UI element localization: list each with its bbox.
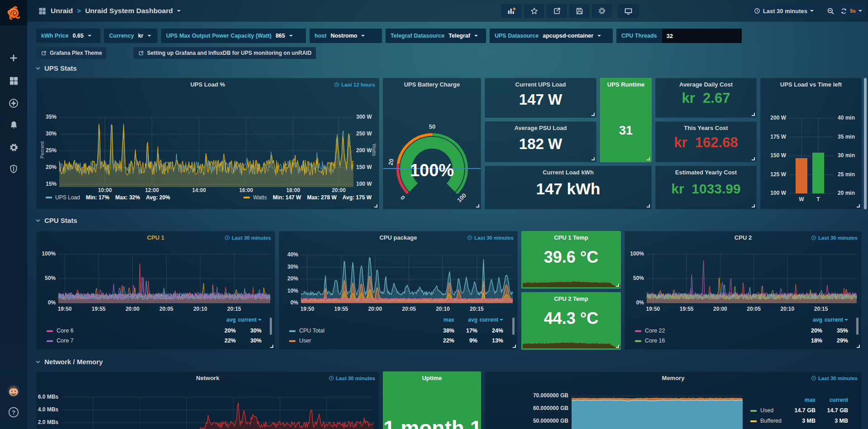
legend-series-name[interactable]: User (299, 337, 311, 344)
legend-col-max[interactable]: max (444, 317, 454, 323)
variable-host[interactable]: host Nostromo (310, 29, 382, 43)
panel-title[interactable]: Memory (485, 375, 861, 381)
legend-col-current[interactable]: current (830, 397, 848, 403)
resize-handle[interactable] (752, 204, 755, 207)
bar[interactable] (812, 153, 824, 193)
legend-scrollbar[interactable] (856, 318, 858, 335)
time-override[interactable]: Last 30 minutes (811, 235, 858, 241)
variable-ups-datasource[interactable]: UPS Datasource apcupsd-container (490, 29, 613, 43)
legend-series-name[interactable]: Buffered (760, 418, 782, 424)
panel-title[interactable]: CPU 2 Temp (522, 295, 620, 302)
legend-col-max[interactable]: max (805, 397, 816, 403)
resize-handle[interactable] (752, 157, 755, 160)
panel-title[interactable]: UPS Load % (37, 81, 379, 88)
variable-ups-max-output[interactable]: UPS Max Output Power Capacity (Watt) 865 (161, 29, 306, 43)
legend-series-name[interactable]: Core 16 (645, 337, 665, 344)
panel-title[interactable]: Network (37, 375, 379, 381)
resize-handle[interactable] (647, 204, 650, 207)
section-ups-stats[interactable]: UPS Stats (35, 64, 77, 72)
axis-tick: 19:50 (292, 306, 323, 312)
add-panel-button[interactable] (501, 4, 521, 18)
panel-title[interactable]: Average PSU Load (485, 125, 596, 131)
legend-series-name[interactable]: CPU Total (299, 328, 324, 334)
variable-kwh-price[interactable]: kWh Price 0.65 (36, 29, 100, 43)
star-dashboard-button[interactable] (524, 4, 544, 18)
legend-series-name[interactable]: UPS Load (55, 194, 80, 201)
resize-handle[interactable] (513, 345, 516, 348)
legend-series-name[interactable]: Used (760, 407, 773, 414)
grafana-logo[interactable] (0, 0, 27, 25)
tv-kiosk-button[interactable] (618, 4, 639, 18)
legend-col-avg[interactable]: avg (813, 317, 822, 323)
resize-handle[interactable] (476, 204, 479, 207)
help-button[interactable]: ? (0, 403, 27, 421)
resize-handle[interactable] (591, 113, 595, 116)
legend-series-name[interactable]: Core 6 (57, 328, 74, 334)
resize-handle[interactable] (857, 204, 860, 207)
time-override[interactable]: Last 30 minutes (811, 376, 858, 381)
variable-telegraf-datasource[interactable]: Telegraf Datasource Telegraf (386, 29, 486, 43)
legend-scrollbar[interactable] (512, 318, 515, 335)
section-cpu-stats[interactable]: CPU Stats (35, 217, 77, 224)
sidebar-item-server-admin[interactable] (0, 160, 27, 178)
refresh-button[interactable]: 5s (837, 4, 865, 18)
resize-handle[interactable] (752, 113, 755, 116)
chevron-down-icon[interactable] (177, 10, 181, 12)
resize-handle[interactable] (616, 345, 619, 348)
ups-load-chart[interactable]: 35%30%25%20%15%300 W250 W200 W150 W100 W… (37, 78, 379, 209)
legend-col-current[interactable]: current (480, 317, 503, 323)
time-override[interactable]: Last 30 minutes (329, 376, 375, 381)
legend-series-name[interactable]: Core 22 (645, 328, 665, 334)
legend-avg-value: 9% (448, 337, 477, 344)
sidebar-item-create[interactable] (0, 49, 27, 67)
legend-current-value: 14.7 GB (819, 407, 848, 414)
dashboard-settings-button[interactable] (592, 4, 612, 18)
save-dashboard-button[interactable] (569, 4, 589, 18)
legend-series-name[interactable]: Watts (253, 194, 267, 201)
panel-title[interactable]: This Years Cost (656, 125, 756, 131)
resize-handle[interactable] (591, 157, 595, 160)
resize-handle[interactable] (374, 204, 377, 207)
resize-handle[interactable] (616, 284, 619, 287)
legend-col-current[interactable]: current (825, 317, 848, 323)
share-dashboard-button[interactable] (547, 4, 567, 18)
panel-title[interactable]: Uptime (383, 375, 481, 381)
legend-scrollbar[interactable] (270, 318, 272, 335)
link-ups-monitoring-guide[interactable]: Setting up Grafana and InfluxDB for UPS … (134, 47, 316, 59)
time-range-picker[interactable]: Last 30 minutes (749, 4, 818, 18)
panel-title[interactable]: Current UPS Load (485, 81, 596, 88)
sidebar-item-alerting[interactable] (0, 116, 27, 134)
legend-series-name[interactable]: Core 7 (57, 337, 74, 344)
time-override[interactable]: Last 30 minutes (224, 235, 271, 241)
user-avatar[interactable] (0, 382, 27, 400)
legend-col-avg[interactable]: avg (468, 317, 477, 323)
breadcrumb-root[interactable]: Unraid (51, 7, 73, 15)
panel-title[interactable]: Current Load kWh (485, 169, 651, 176)
panel-title[interactable]: UPS Runtime (601, 81, 651, 88)
panel-title[interactable]: UPS Battery Charge (383, 81, 481, 88)
panel-title[interactable]: UPS Load vs Time left (761, 81, 861, 88)
resize-handle[interactable] (647, 157, 650, 160)
time-override[interactable]: Last 12 hours (334, 82, 375, 87)
section-network-memory[interactable]: Network / Memory (35, 358, 103, 366)
panel-title[interactable]: Average Daily Cost (656, 81, 756, 88)
variable-label: Telegraf Datasource (391, 33, 444, 39)
variable-currency[interactable]: Currency kr (104, 29, 157, 43)
legend-col-avg[interactable]: avg (226, 317, 236, 323)
link-grafana-plex-theme[interactable]: Grafana Plex Theme (36, 47, 106, 59)
sidebar-item-explore[interactable] (0, 94, 27, 112)
dashboard-title[interactable]: Unraid System Dashboard (85, 7, 173, 15)
resize-handle[interactable] (270, 345, 273, 348)
sidebar-item-configuration[interactable] (0, 138, 27, 156)
zoom-out-time-button[interactable] (822, 4, 839, 18)
cpu-threads-input[interactable] (662, 29, 742, 43)
page-scrollbar[interactable] (864, 78, 867, 209)
panel-title[interactable]: Estimated Yearly Cost (656, 169, 756, 176)
resize-handle[interactable] (857, 345, 860, 348)
bar[interactable] (796, 158, 807, 193)
time-override[interactable]: Last 30 minutes (467, 235, 514, 241)
legend-col-current[interactable]: current (238, 317, 262, 323)
ups-load-time-bar-chart[interactable]: 200 W175 W150 W125 W100 W40 min35 min30 … (761, 78, 861, 209)
sidebar-item-dashboards[interactable] (0, 72, 27, 90)
panel-title[interactable]: CPU 1 Temp (522, 234, 620, 241)
